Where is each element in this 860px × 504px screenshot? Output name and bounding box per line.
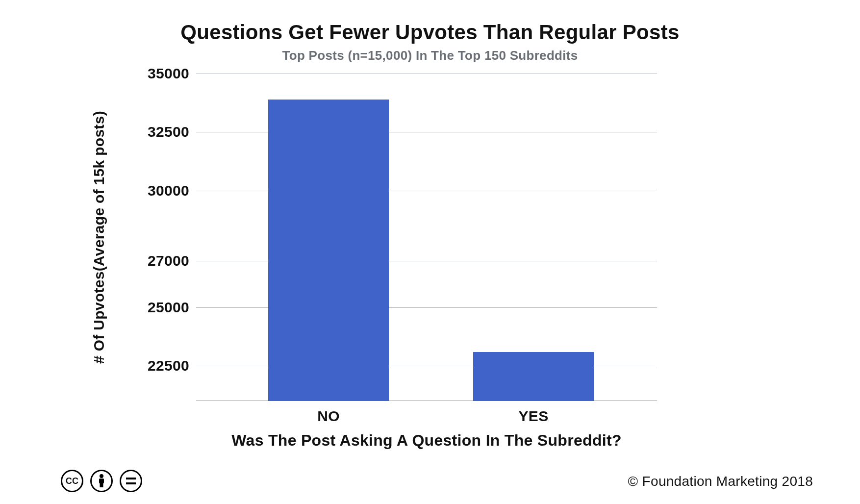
y-tick-label: 30000 xyxy=(148,182,189,199)
y-tick-label: 32500 xyxy=(148,124,189,140)
nd-icon xyxy=(120,470,142,492)
y-tick-label: 25000 xyxy=(148,299,189,316)
x-axis-label: Was The Post Asking A Question In The Su… xyxy=(196,431,657,450)
cc-badges: CC xyxy=(61,470,142,492)
gridline xyxy=(196,191,657,191)
svg-rect-4 xyxy=(126,482,136,484)
gridline xyxy=(196,74,657,74)
y-tick-label: 22500 xyxy=(148,357,189,374)
y-tick-label: 35000 xyxy=(148,65,189,82)
gridline xyxy=(196,132,657,132)
category-label: YES xyxy=(519,408,549,425)
plot-area: 225002500027000300003250035000NOYES xyxy=(196,74,657,401)
bar-yes xyxy=(473,352,594,401)
y-tick-label: 27000 xyxy=(148,252,189,269)
svg-rect-2 xyxy=(100,482,103,487)
category-label: NO xyxy=(317,408,340,425)
svg-rect-3 xyxy=(126,478,136,479)
by-icon xyxy=(90,470,113,492)
bar-no xyxy=(268,100,389,402)
cc-icon: CC xyxy=(61,470,83,492)
chart-subtitle: Top Posts (n=15,000) In The Top 150 Subr… xyxy=(0,48,860,63)
chart-stage: Questions Get Fewer Upvotes Than Regular… xyxy=(0,0,860,504)
gridline xyxy=(196,261,657,261)
copyright-text: © Foundation Marketing 2018 xyxy=(628,474,813,489)
svg-point-0 xyxy=(100,474,103,478)
y-axis-label: # Of Upvotes(Average of 15k posts) xyxy=(91,111,107,364)
chart-title: Questions Get Fewer Upvotes Than Regular… xyxy=(0,21,860,44)
gridline xyxy=(196,307,657,308)
